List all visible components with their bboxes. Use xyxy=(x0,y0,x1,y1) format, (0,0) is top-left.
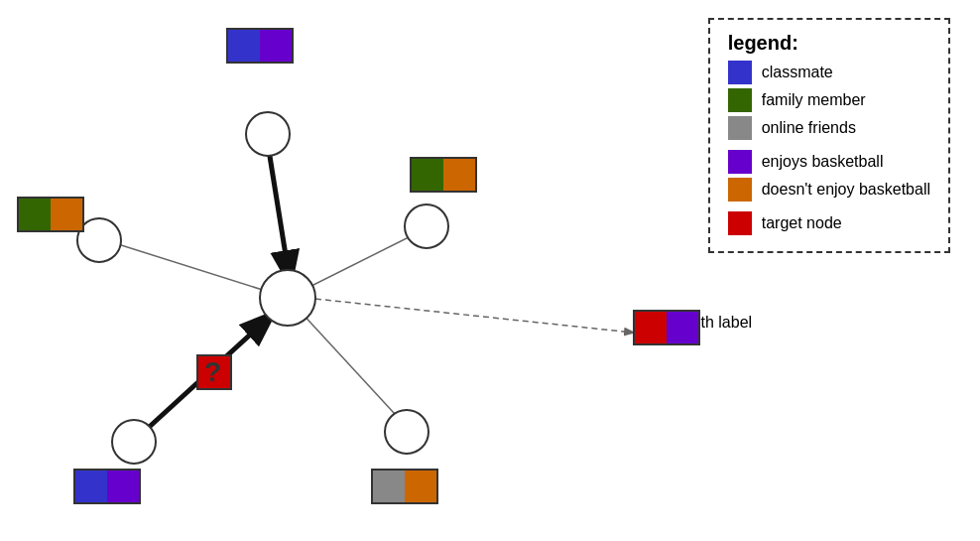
family-label: family member xyxy=(762,91,866,109)
legend-title: legend: xyxy=(728,32,930,55)
svg-point-9 xyxy=(385,410,429,454)
svg-point-6 xyxy=(260,270,315,326)
groundtruth-section: groundtruth label xyxy=(633,310,752,332)
svg-point-10 xyxy=(112,420,156,464)
enjoys-basketball-color xyxy=(728,150,752,174)
groundtruth-color-1 xyxy=(635,312,667,343)
doesnt-enjoy-basketball-color xyxy=(728,178,752,202)
legend-doesnt-enjoy-basketball: doesn't enjoy basketball xyxy=(728,178,930,202)
groundtruth-colors xyxy=(633,310,700,345)
right-node-label xyxy=(410,157,477,193)
svg-point-8 xyxy=(405,204,448,248)
online-friends-label: online friends xyxy=(762,119,856,137)
doesnt-enjoy-basketball-label: doesn't enjoy basketball xyxy=(762,181,930,199)
svg-point-7 xyxy=(246,112,290,156)
left-node-label xyxy=(17,197,84,232)
classmate-label: classmate xyxy=(762,64,833,81)
target-node-label: target node xyxy=(762,214,842,232)
enjoys-basketball-label: enjoys basketball xyxy=(762,153,884,171)
online-friends-color xyxy=(728,116,752,140)
svg-line-3 xyxy=(268,144,290,280)
groundtruth-color-2 xyxy=(667,312,698,343)
family-color xyxy=(728,88,752,112)
target-node-color xyxy=(728,211,752,235)
legend-classmate: classmate xyxy=(728,61,930,84)
legend-online-friends: online friends xyxy=(728,116,930,140)
top-node-label xyxy=(226,28,294,64)
classmate-color xyxy=(728,61,752,84)
svg-line-2 xyxy=(99,238,288,298)
legend-enjoys-basketball: enjoys basketball xyxy=(728,150,930,174)
question-mark: ? xyxy=(204,356,221,388)
svg-line-5 xyxy=(306,298,633,333)
legend-target-node: target node xyxy=(728,211,930,235)
legend-family: family member xyxy=(728,88,930,112)
legend-box: legend: classmate family member online f… xyxy=(708,18,950,253)
bottom-right-node-label xyxy=(371,469,438,504)
bottom-left-node-label xyxy=(73,469,141,504)
